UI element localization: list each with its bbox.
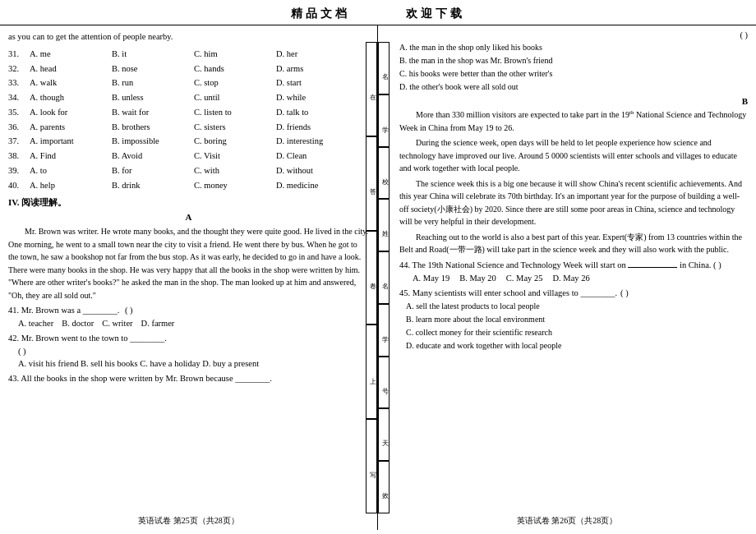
questions-31-40: 31. A. me B. it C. him D. her 32. A. hea… xyxy=(8,48,369,192)
left-footer: 英语试卷 第25页（共28页） xyxy=(0,515,377,527)
reading-section-a: A Mr. Brown was writer. He wrote many bo… xyxy=(8,212,369,385)
q42-paren: ( ) xyxy=(18,345,369,358)
table-row: 32. A. head B. nose C. hands D. arms xyxy=(8,62,369,76)
right-content: ( ) A. the man in the shop only liked hi… xyxy=(399,30,748,352)
label-xiao: 校 xyxy=(378,147,390,200)
question-44: 44. The 19th National Science and Techno… xyxy=(399,259,748,285)
header-title1: 精品文档 xyxy=(291,7,350,20)
label-xue: 学 xyxy=(378,94,390,147)
side-labels-right: 名 学 校 姓 名 学 号 天 效 xyxy=(378,42,390,513)
section-iv-title: IV. 阅读理解。 xyxy=(8,196,369,209)
label-ming: 名 xyxy=(378,42,390,94)
q45-options: A. sell the latest products to local peo… xyxy=(406,300,748,352)
label-hao: 号 xyxy=(378,357,390,409)
table-row: 40. A. help B. drink C. money D. medicin… xyxy=(8,179,369,192)
q43-options: A. the man in the shop only liked his bo… xyxy=(399,41,748,94)
label-juan: 卷 xyxy=(366,231,377,325)
left-page: as you can to get the attention of peopl… xyxy=(0,25,378,530)
paren-top: ( ) xyxy=(399,30,748,39)
table-row: 36. A. parents B. brothers C. sisters D.… xyxy=(8,121,369,134)
q44-options: A. May 19 B. May 20 C. May 25 D. May 26 xyxy=(413,272,748,285)
question-43: 43. All the books in the shop were writt… xyxy=(8,372,369,385)
q41-options: A. teacher B. doctor C. writer D. farmer xyxy=(18,317,369,330)
passage-b-para4: Reaching out to the world is also a best… xyxy=(399,231,748,256)
answer-43: B xyxy=(399,96,748,106)
question-45: 45. Many scientists will enter school an… xyxy=(399,287,748,352)
label-shang: 上 xyxy=(366,325,377,419)
table-row: 34. A. though B. unless C. until D. whil… xyxy=(8,91,369,104)
passage-b-para2: During the science week, open days will … xyxy=(399,136,748,175)
label-xiao3: 效 xyxy=(378,461,390,513)
table-row: 39. A. to B. for C. with D. without xyxy=(8,164,369,177)
passage-a-title: A xyxy=(8,212,369,222)
intro-text: as you can to get the attention of peopl… xyxy=(8,30,369,44)
label-ming2: 名 xyxy=(378,251,390,304)
passage-b-para3: The science week this is a big one becau… xyxy=(399,177,748,228)
passage-b-para1: More than 330 million visitors are expec… xyxy=(399,108,748,134)
side-labels-left: 在 答 卷 上 写 xyxy=(366,42,377,513)
main-container: as you can to get the attention of peopl… xyxy=(0,25,756,530)
label-xing: 姓 xyxy=(378,199,390,251)
label-xie: 写 xyxy=(366,419,377,513)
passage-a-text: Mr. Brown was writer. He wrote many book… xyxy=(8,225,369,302)
right-footer: 英语试卷 第26页（共28页） xyxy=(378,515,756,527)
q42-options: A. visit his friend B. sell his books C.… xyxy=(18,357,369,371)
table-row: 37. A. important B. impossible C. boring… xyxy=(8,135,369,148)
table-row: 31. A. me B. it C. him D. her xyxy=(8,48,369,61)
label-zai: 在 xyxy=(366,42,377,136)
header-title2: 欢迎下载 xyxy=(406,7,465,20)
table-row: 35. A. look for B. wait for C. listen to… xyxy=(8,106,369,119)
question-41: 41. Mr. Brown was a ________. ( ) A. tea… xyxy=(8,304,369,330)
label-xue2: 学 xyxy=(378,304,390,357)
right-page: 名 学 校 姓 名 学 号 天 效 ( ) A. the man in the … xyxy=(378,25,756,530)
table-row: 33. A. walk B. run C. stop D. start xyxy=(8,76,369,90)
page-header: 精品文档 欢迎下载 xyxy=(0,0,756,25)
table-row: 38. A. Find B. Avoid C. Visit D. Clean xyxy=(8,150,369,163)
question-42: 42. Mr. Brown went to the town to ______… xyxy=(8,332,369,371)
label-tian: 天 xyxy=(378,408,390,461)
label-da: 答 xyxy=(366,136,377,231)
